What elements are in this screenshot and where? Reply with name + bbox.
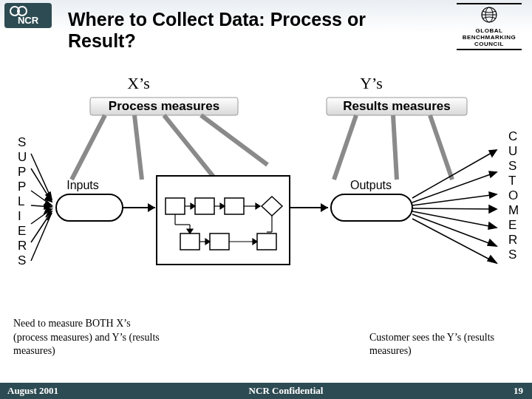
svg-text:C: C xyxy=(508,129,517,143)
svg-marker-72 xyxy=(321,203,328,212)
svg-line-13 xyxy=(430,115,452,180)
customers-vertical: C U S T O M E R S xyxy=(508,129,519,262)
gbc-text-2: COUNCIL xyxy=(452,41,526,48)
svg-text:L: L xyxy=(18,194,24,208)
note-left: Need to measure BOTH X’s (process measur… xyxy=(13,317,161,358)
x-label: X’s xyxy=(127,74,150,93)
globe-icon xyxy=(480,6,498,24)
process-measures-label: Process measures xyxy=(109,99,219,113)
svg-line-9 xyxy=(164,115,216,180)
svg-line-75 xyxy=(412,172,497,202)
svg-text:U: U xyxy=(18,150,27,164)
y-label: Y’s xyxy=(360,74,383,93)
footer-date: August 2001 xyxy=(0,385,58,397)
svg-text:P: P xyxy=(18,180,26,194)
suppliers-vertical: S U P P L I E R S xyxy=(18,135,27,267)
results-measures-label: Results measures xyxy=(343,99,451,113)
footer: August 2001 NCR Confidential 19 xyxy=(0,383,532,399)
svg-rect-50 xyxy=(225,198,244,214)
svg-text:O: O xyxy=(508,188,518,202)
inputs-node xyxy=(56,194,123,221)
svg-marker-82 xyxy=(488,222,497,229)
svg-text:S: S xyxy=(508,159,516,173)
gbc-text-1: GLOBAL BENCHMARKING xyxy=(452,28,526,41)
svg-marker-80 xyxy=(489,205,497,213)
svg-line-10 xyxy=(201,115,267,165)
diagram: Process measures Results measures S U P … xyxy=(9,95,523,294)
svg-text:S: S xyxy=(18,135,26,149)
svg-rect-52 xyxy=(210,233,229,250)
svg-marker-84 xyxy=(488,239,497,246)
inputs-label: Inputs xyxy=(66,179,99,191)
svg-rect-48 xyxy=(166,198,185,214)
svg-text:U: U xyxy=(508,144,517,158)
svg-text:R: R xyxy=(18,239,27,253)
footer-page-number: 19 xyxy=(514,385,532,397)
ncr-logo-text: NCR xyxy=(18,15,39,26)
diagram-svg: Process measures Results measures S U P … xyxy=(9,95,523,294)
svg-marker-78 xyxy=(489,192,497,198)
svg-text:E: E xyxy=(18,224,26,238)
svg-line-79 xyxy=(412,208,497,209)
note-right: Customer sees the Y’s (results measures) xyxy=(369,331,517,358)
page-title: Where to Collect Data: Process or Result… xyxy=(68,9,429,52)
svg-marker-86 xyxy=(488,256,497,263)
svg-line-73 xyxy=(412,150,497,198)
svg-line-11 xyxy=(334,115,356,180)
svg-line-8 xyxy=(134,115,142,180)
svg-text:S: S xyxy=(508,248,516,262)
xy-labels: X’s Y’s xyxy=(0,74,532,93)
svg-marker-76 xyxy=(489,171,497,177)
svg-line-12 xyxy=(393,115,397,180)
svg-text:I: I xyxy=(18,209,21,223)
process-box xyxy=(157,176,290,265)
svg-text:T: T xyxy=(508,174,516,188)
footer-confidential: NCR Confidential xyxy=(58,385,514,397)
svg-text:S: S xyxy=(18,253,26,267)
svg-line-77 xyxy=(412,194,497,205)
svg-text:E: E xyxy=(508,218,516,232)
svg-rect-53 xyxy=(257,233,276,250)
svg-line-7 xyxy=(72,115,105,180)
svg-text:M: M xyxy=(508,203,519,217)
ncr-logo: NCR xyxy=(4,3,52,28)
svg-text:P: P xyxy=(18,165,26,179)
svg-rect-49 xyxy=(195,198,214,214)
gbc-logo: GLOBAL BENCHMARKING COUNCIL xyxy=(452,1,526,52)
svg-text:R: R xyxy=(508,233,517,247)
outputs-label: Outputs xyxy=(350,179,392,191)
outputs-node xyxy=(331,194,412,221)
svg-rect-51 xyxy=(180,233,200,250)
svg-marker-47 xyxy=(148,203,155,212)
svg-marker-74 xyxy=(489,150,497,157)
